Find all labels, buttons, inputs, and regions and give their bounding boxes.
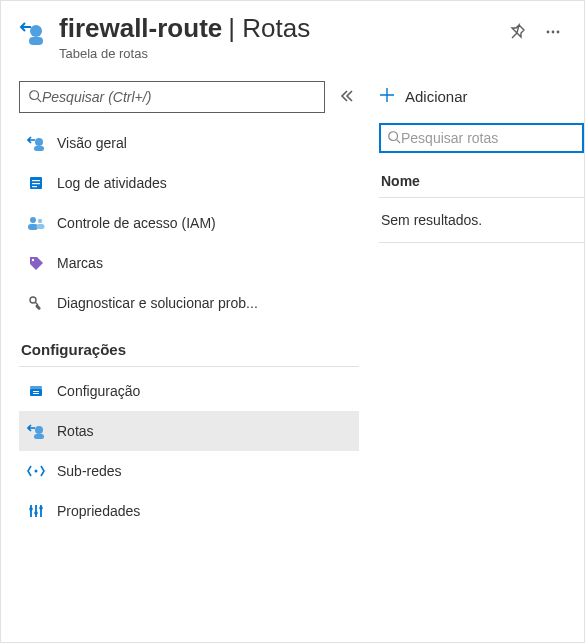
- add-button-label: Adicionar: [405, 88, 468, 105]
- search-icon: [28, 89, 42, 106]
- svg-rect-13: [28, 224, 38, 230]
- sidebar-item-tags[interactable]: Marcas: [19, 243, 359, 283]
- sidebar-item-label: Diagnosticar e solucionar prob...: [57, 295, 351, 311]
- svg-rect-20: [30, 386, 42, 389]
- svg-rect-11: [32, 186, 37, 187]
- sidebar-item-routes[interactable]: Rotas: [19, 411, 359, 451]
- sidebar-item-configuration[interactable]: Configuração: [19, 371, 359, 411]
- sidebar-item-access-control[interactable]: Controle de acesso (IAM): [19, 203, 359, 243]
- svg-rect-19: [30, 389, 42, 396]
- more-button[interactable]: [544, 23, 562, 44]
- plus-icon: [379, 87, 395, 106]
- settings-section-header: Configurações: [19, 323, 359, 367]
- sidebar-item-label: Controle de acesso (IAM): [57, 215, 351, 231]
- svg-rect-21: [33, 391, 39, 392]
- sidebar-search[interactable]: [19, 81, 325, 113]
- routes-icon: [27, 422, 45, 440]
- header-text: firewall-route | Rotas Tabela de rotas: [59, 13, 496, 61]
- sidebar-item-overview[interactable]: Visão geral: [19, 123, 359, 163]
- svg-point-5: [30, 90, 39, 99]
- column-header-name: Nome: [379, 163, 584, 197]
- sidebar-item-label: Log de atividades: [57, 175, 351, 191]
- page-subtitle: Tabela de rotas: [59, 46, 496, 61]
- routes-filter[interactable]: [379, 123, 584, 153]
- subnets-icon: [27, 464, 45, 478]
- sidebar-item-label: Configuração: [57, 383, 351, 399]
- page-title: firewall-route: [59, 13, 222, 44]
- svg-point-12: [30, 217, 36, 223]
- search-icon: [387, 130, 401, 147]
- svg-point-29: [389, 131, 398, 140]
- svg-rect-22: [33, 393, 39, 394]
- svg-rect-10: [32, 183, 40, 184]
- svg-rect-1: [29, 37, 43, 45]
- svg-point-14: [38, 219, 42, 223]
- sidebar-item-label: Visão geral: [57, 135, 351, 151]
- resource-type-icon: [19, 19, 47, 50]
- sidebar-item-diagnose[interactable]: Diagnosticar e solucionar prob...: [19, 283, 359, 323]
- svg-rect-15: [37, 224, 45, 229]
- svg-rect-7: [34, 146, 44, 151]
- tags-icon: [27, 255, 45, 271]
- sidebar-item-label: Propriedades: [57, 503, 351, 519]
- svg-rect-9: [32, 180, 40, 181]
- properties-icon: [27, 503, 45, 519]
- svg-point-2: [547, 31, 550, 34]
- sidebar-item-subnets[interactable]: Sub-redes: [19, 451, 359, 491]
- empty-results-text: Sem resultados.: [379, 198, 584, 242]
- table-divider: [379, 242, 584, 243]
- pin-button[interactable]: [508, 23, 526, 44]
- svg-point-6: [35, 138, 43, 146]
- activity-log-icon: [27, 175, 45, 191]
- svg-point-16: [32, 259, 34, 261]
- svg-point-0: [30, 25, 42, 37]
- diagnose-icon: [27, 295, 45, 311]
- access-icon: [27, 215, 45, 231]
- svg-point-4: [557, 31, 560, 34]
- svg-rect-18: [35, 304, 41, 310]
- svg-point-28: [39, 506, 43, 510]
- svg-point-25: [35, 470, 38, 473]
- sidebar-item-properties[interactable]: Propriedades: [19, 491, 359, 531]
- sidebar-search-input[interactable]: [42, 89, 316, 105]
- collapse-sidebar-button[interactable]: [335, 84, 359, 111]
- overview-icon: [27, 134, 45, 152]
- sidebar-item-activity-log[interactable]: Log de atividades: [19, 163, 359, 203]
- svg-point-27: [34, 511, 38, 515]
- sidebar-item-label: Rotas: [57, 423, 351, 439]
- add-button[interactable]: Adicionar: [379, 87, 468, 106]
- page-section: | Rotas: [228, 13, 310, 44]
- svg-point-26: [29, 507, 33, 511]
- svg-point-3: [552, 31, 555, 34]
- config-icon: [27, 383, 45, 399]
- routes-filter-input[interactable]: [401, 130, 576, 146]
- sidebar-item-label: Marcas: [57, 255, 351, 271]
- svg-rect-24: [34, 434, 44, 439]
- sidebar-item-label: Sub-redes: [57, 463, 351, 479]
- svg-point-23: [35, 426, 43, 434]
